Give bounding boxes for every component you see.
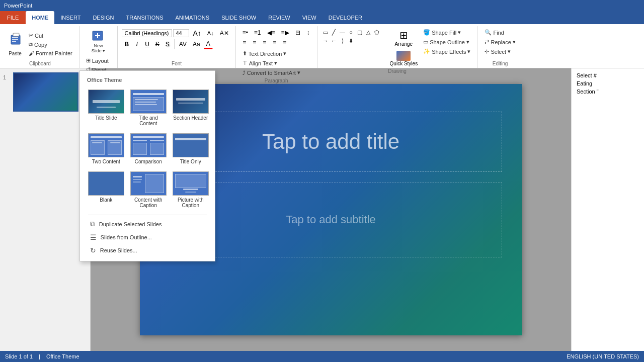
- layout-blank[interactable]: Blank: [86, 169, 126, 211]
- slides-from-outline-item[interactable]: ☰ Slides from Outline...: [84, 231, 211, 244]
- format-painter-button[interactable]: 🖌 Format Painter: [26, 49, 75, 57]
- find-button[interactable]: 🔍 Find: [481, 28, 518, 37]
- shape-fill-button[interactable]: 🪣 Shape Fill ▾: [421, 28, 473, 37]
- layout-title-content-label: Title and Content: [131, 115, 166, 126]
- bold-button[interactable]: B: [122, 40, 131, 49]
- layout-content-caption[interactable]: Content with Caption: [128, 169, 169, 211]
- layout-picture-caption[interactable]: Picture with Caption: [171, 169, 211, 211]
- slides-panel: 1: [0, 68, 91, 351]
- align-center-button[interactable]: ≡: [250, 38, 259, 47]
- tab-developer[interactable]: DEVELOPER: [323, 11, 368, 24]
- thumb-section-header: [173, 89, 209, 114]
- justify-button[interactable]: ≡: [270, 38, 279, 47]
- status-bar: Slide 1 of 1 | Office Theme ENGLISH (UNI…: [0, 351, 644, 362]
- ribbon: Paste ✂ Cut ⧉ Copy 🖌 Format Painter: [0, 24, 644, 68]
- layout-title-only[interactable]: Title Only: [171, 131, 211, 167]
- align-right-button[interactable]: ≡: [260, 38, 269, 47]
- decrease-indent-button[interactable]: ◀≡: [265, 28, 278, 37]
- duplicate-icon: ⧉: [90, 220, 95, 228]
- new-slide-button[interactable]: New Slide ▾: [90, 28, 108, 54]
- tab-animations[interactable]: ANIMATIONS: [170, 11, 216, 24]
- font-color-button[interactable]: A: [204, 39, 213, 49]
- select-item[interactable]: Select #: [575, 71, 641, 79]
- font-size-input[interactable]: [173, 29, 189, 37]
- ribbon-group-drawing: ▭ ╱ — ○ ▢ △ ⬠ → ← ⟩ ⬇ ⊞ Arrange Quick: [317, 26, 478, 68]
- char-spacing-button[interactable]: AV: [177, 40, 189, 49]
- more-shapes-icon[interactable]: ⬇: [347, 37, 355, 45]
- tab-home[interactable]: HOME: [26, 11, 54, 24]
- duplicate-slides-item[interactable]: ⧉ Duplicate Selected Slides: [84, 217, 211, 231]
- clear-format-button[interactable]: A✕: [217, 29, 231, 38]
- reuse-slides-item[interactable]: ↻ Reuse Slides...: [84, 244, 211, 257]
- layout-section-header[interactable]: Section Header: [171, 87, 211, 129]
- arrow-icon[interactable]: →: [321, 37, 330, 45]
- bullets-button[interactable]: ≡•: [240, 28, 251, 37]
- arrow-left-icon[interactable]: ←: [330, 37, 338, 45]
- rounded-rect-icon[interactable]: ▢: [356, 28, 364, 36]
- layout-button[interactable]: ⊞ Layout: [84, 56, 114, 65]
- chevron-icon[interactable]: ⟩: [339, 37, 347, 45]
- rectangle-icon[interactable]: ▭: [321, 28, 330, 36]
- svg-rect-1: [13, 33, 19, 36]
- italic-button[interactable]: I: [132, 40, 141, 49]
- cut-button[interactable]: ✂ Cut: [26, 31, 75, 40]
- svg-rect-4: [12, 41, 16, 42]
- layout-title-content[interactable]: Title and Content: [128, 87, 169, 129]
- ribbon-tabs: FILE HOME INSERT DESIGN TRANSITIONS ANIM…: [0, 11, 644, 24]
- paste-button[interactable]: [5, 28, 25, 50]
- font-name-input[interactable]: [122, 29, 172, 37]
- tab-slideshow[interactable]: SLIDE SHOW: [215, 11, 262, 24]
- tab-transitions[interactable]: TRANSITIONS: [120, 11, 170, 24]
- eating-label: Eating: [577, 80, 592, 86]
- layout-title-slide[interactable]: Title Slide: [86, 87, 126, 129]
- shrink-font-button[interactable]: A↓: [205, 29, 216, 37]
- ribbon-group-font: A↑ A↓ A✕ B I U S S AV Aa A Font: [118, 26, 235, 68]
- grow-font-button[interactable]: A↑: [190, 28, 203, 38]
- tab-file[interactable]: FILE: [0, 11, 26, 24]
- align-left-button[interactable]: ≡: [240, 38, 249, 47]
- underline-button[interactable]: U: [142, 40, 152, 49]
- smartart-icon: ⤴: [243, 70, 246, 76]
- tab-insert[interactable]: INSERT: [54, 11, 87, 24]
- thumb-title-only: [173, 133, 209, 157]
- layout-two-content[interactable]: Two Content: [86, 131, 126, 167]
- layout-comparison[interactable]: Comparison: [128, 131, 169, 167]
- shape-outline-button[interactable]: ▭ Shape Outline ▾: [421, 38, 473, 46]
- eating-item[interactable]: Eating: [575, 79, 641, 87]
- line-spacing-button[interactable]: ↕: [304, 28, 313, 37]
- thumb-title-slide: [88, 89, 124, 114]
- increase-indent-button[interactable]: ≡▶: [279, 28, 292, 37]
- tab-design[interactable]: DESIGN: [87, 11, 120, 24]
- tab-review[interactable]: REVIEW: [262, 11, 296, 24]
- layout-blank-label: Blank: [100, 197, 112, 203]
- replace-icon: ⇄: [485, 39, 489, 45]
- text-direction-button[interactable]: ⬆ Text Direction▾: [240, 49, 289, 58]
- strikethrough-button[interactable]: S: [153, 40, 162, 49]
- select-button[interactable]: ⊹ Select ▾: [481, 47, 518, 56]
- convert-smartart-button[interactable]: ⤴ Convert to SmartArt▾: [240, 68, 303, 77]
- replace-button[interactable]: ⇄ Replace ▾: [481, 38, 518, 46]
- layout-dropdown: Office Theme Title Slide: [79, 70, 215, 261]
- oval-icon[interactable]: ○: [347, 28, 355, 36]
- tab-view[interactable]: VIEW: [296, 11, 323, 24]
- layout-title-only-label: Title Only: [180, 159, 201, 164]
- line-icon[interactable]: ╱: [330, 28, 338, 36]
- pentagon-icon[interactable]: ⬠: [373, 28, 381, 36]
- numbering-button[interactable]: ≡1: [252, 28, 264, 37]
- shape-effects-button[interactable]: ✨ Shape Effects ▾: [421, 47, 473, 56]
- case-button[interactable]: Aa: [190, 40, 203, 49]
- section-item[interactable]: Section ": [575, 87, 641, 96]
- paste-label[interactable]: Paste: [9, 51, 22, 56]
- arrange-button[interactable]: ⊞ Arrange: [394, 28, 414, 48]
- slide-number-1: 1: [3, 74, 10, 80]
- line2-icon[interactable]: —: [339, 28, 347, 36]
- copy-button[interactable]: ⧉ Copy: [26, 40, 75, 49]
- quick-styles-button[interactable]: Quick Styles: [389, 50, 419, 67]
- columns-button[interactable]: ⊟: [293, 28, 303, 37]
- reuse-icon: ↻: [90, 246, 96, 254]
- slide-thumbnail-1[interactable]: [13, 72, 78, 112]
- align-text-button[interactable]: ⊤ Align Text▾: [240, 59, 280, 67]
- shadow-button[interactable]: S: [163, 40, 172, 49]
- align-justify-button[interactable]: ≡: [280, 38, 289, 47]
- triangle-icon[interactable]: △: [364, 28, 372, 36]
